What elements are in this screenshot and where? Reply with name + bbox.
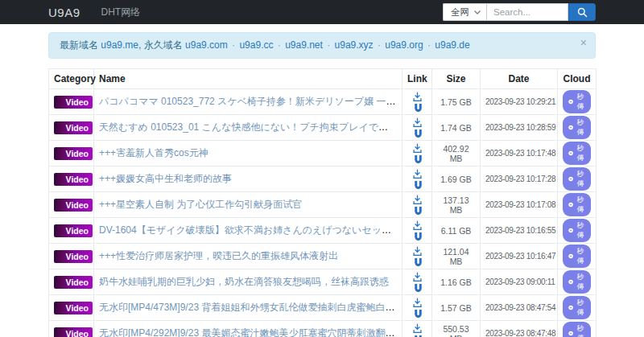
cloud-instant-button[interactable]: 秒傳 <box>563 296 591 319</box>
cloud-instant-button[interactable]: 秒傳 <box>563 270 591 294</box>
date-cell: 2023-09-23 10:28:59 <box>481 115 558 141</box>
cloud-button-label: 秒傳 <box>576 118 585 138</box>
header-cloud: Cloud <box>558 69 597 89</box>
magnet-icon[interactable] <box>413 180 423 191</box>
page: U9A9 DHT网络 全网 最新域名 u9a9.me, 永久域名 u9a9.co… <box>0 0 644 337</box>
search-scope-select[interactable]: 全网 <box>443 3 486 21</box>
cloud-instant-button[interactable]: 秒傳 <box>563 167 591 191</box>
torrent-table: Category Name Link Size Date Cloud Video… <box>48 68 597 337</box>
download-icon[interactable] <box>412 298 423 308</box>
table-row: Video DV-1604【モザイク破壊版】欲求不満お姉さんのえげつないセックス… <box>49 218 597 244</box>
close-icon[interactable]: × <box>580 37 587 48</box>
brand-link[interactable]: U9A9 <box>48 6 80 19</box>
table-row: Video 奶牛水娃哺乳期的巨乳少妇，奶水在滴答狼友想喝吗，丝袜高跟诱惑 1.1… <box>49 269 597 295</box>
magnet-icon[interactable] <box>413 103 423 113</box>
date-cell: 2023-09-23 10:17:08 <box>481 192 558 218</box>
size-cell: 402.92 MB <box>432 141 481 166</box>
cloud-button-label: 秒傳 <box>576 170 585 189</box>
category-badge-video[interactable]: Video <box>54 121 93 134</box>
category-badge-video[interactable]: Video <box>54 276 93 289</box>
cloud-instant-button[interactable]: 秒傳 <box>563 193 591 216</box>
category-badge-video[interactable]: Video <box>54 302 93 314</box>
category-badge-video[interactable]: Video <box>54 199 93 212</box>
table-row: Video 无水印[MP4/292M]9/23 最美媚态蜜汁嫩鲍美少肛塞蜜穴阴蒂… <box>49 321 597 337</box>
cloud-instant-button[interactable]: 秒傳 <box>563 90 591 113</box>
latest-domain-link[interactable]: u9a9.me <box>101 39 138 51</box>
date-cell: 2023-09-23 09:00:11 <box>481 269 558 295</box>
search-button[interactable] <box>568 3 596 21</box>
torrent-title-link[interactable]: +++性爱治疗师居家护理，暌违已久的重振雄风体液射出 <box>99 250 338 261</box>
magnet-icon[interactable] <box>413 129 423 139</box>
table-row: Video 天然むすめ 010523_01 こんな快感他にない！プチ拘束プレイで… <box>49 115 597 141</box>
nav-item-dht[interactable]: DHT网络 <box>101 6 141 19</box>
torrent-title-link[interactable]: 无水印[MP4/292M]9/23 最美媚态蜜汁嫩鲍美少肛塞蜜穴阴蒂刺激翻白眼炮… <box>99 327 402 337</box>
torrent-title-link[interactable]: 天然むすめ 010523_01 こんな快感他にない！プチ拘束プレイで絶頂イキ 高… <box>99 121 402 133</box>
chevron-down-icon <box>474 10 481 14</box>
download-icon[interactable] <box>412 246 423 257</box>
header-name: Name <box>94 69 402 89</box>
cloud-instant-button[interactable]: 秒傳 <box>563 142 591 165</box>
domain-separator: · <box>273 39 285 51</box>
permanent-domain-link[interactable]: u9a9.de <box>435 39 469 51</box>
domain-separator: · <box>374 39 386 51</box>
torrent-title-link[interactable]: DV-1604【モザイク破壊版】欲求不満お姉さんのえげつないセックス 辰巳ゆい <box>99 224 402 236</box>
magnet-icon[interactable] <box>413 232 423 242</box>
size-cell: 550.53 MB <box>432 321 481 337</box>
category-badge-video[interactable]: Video <box>54 173 93 186</box>
torrent-title-link[interactable]: 无水印[MP4/473M]9/23 背着姐姐和外甥女乱伦做爱抽刺白虎蜜鲍白带都干… <box>99 302 402 313</box>
permanent-domain-link[interactable]: u9a9.org <box>385 39 423 51</box>
torrent-title-link[interactable]: パコパコママ 010523_772 スケベ椅子持参！新米デリソープ嬢 一条まや <box>99 96 402 107</box>
download-icon[interactable] <box>412 195 423 205</box>
category-badge-video[interactable]: Video <box>54 250 93 263</box>
permanent-domain-link[interactable]: u9a9.com <box>185 39 228 51</box>
cloud-button-label: 秒傳 <box>576 144 585 163</box>
search-icon <box>577 7 588 18</box>
search-scope-value: 全网 <box>451 6 469 18</box>
category-badge-video[interactable]: Video <box>54 327 93 337</box>
table-row: Video +++星空素人自制 为了心仪工作勾引献身面试官 137.13 MB … <box>49 192 597 218</box>
permanent-domain-link[interactable]: u9a9.xyz <box>335 39 374 51</box>
download-icon[interactable] <box>412 143 423 154</box>
header-date: Date <box>481 69 558 89</box>
size-cell: 137.13 MB <box>432 192 481 218</box>
category-badge-video[interactable]: Video <box>54 147 93 160</box>
date-cell: 2023-09-23 10:17:28 <box>481 166 558 192</box>
cloud-button-label: 秒傳 <box>576 324 585 337</box>
torrent-title-link[interactable]: +++媛媛女高中生和老师的故事 <box>99 173 232 184</box>
cloud-instant-button[interactable]: 秒傳 <box>563 219 591 242</box>
category-badge-video[interactable]: Video <box>54 224 93 237</box>
download-icon[interactable] <box>412 220 423 231</box>
cloud-instant-button[interactable]: 秒傳 <box>563 116 591 139</box>
magnet-icon[interactable] <box>413 309 423 319</box>
download-icon[interactable] <box>412 272 423 282</box>
header-category: Category <box>49 69 94 89</box>
magnet-icon[interactable] <box>413 154 423 165</box>
table-row: Video +++害羞新人首秀cos元神 402.92 MB 2023-09-2… <box>49 141 597 166</box>
magnet-icon[interactable] <box>413 257 423 268</box>
search-input[interactable] <box>486 3 568 21</box>
download-icon[interactable] <box>412 92 423 102</box>
navbar: U9A9 DHT网络 全网 <box>0 0 644 24</box>
play-icon <box>568 278 573 286</box>
torrent-title-link[interactable]: 奶牛水娃哺乳期的巨乳少妇，奶水在滴答狼友想喝吗，丝袜高跟诱惑 <box>99 276 389 287</box>
download-icon[interactable] <box>412 323 423 334</box>
cloud-instant-button[interactable]: 秒傳 <box>563 322 591 337</box>
magnet-icon[interactable] <box>413 206 423 216</box>
permanent-domain-link[interactable]: u9a9.net <box>285 39 323 51</box>
category-badge-video[interactable]: Video <box>54 96 93 109</box>
table-header-row: Category Name Link Size Date Cloud <box>49 69 597 89</box>
play-icon <box>568 175 573 183</box>
cloud-button-label: 秒傳 <box>576 298 585 318</box>
table-row: Video パコパコママ 010523_772 スケベ椅子持参！新米デリソープ嬢… <box>49 89 597 115</box>
permanent-domain-link[interactable]: u9a9.cc <box>239 39 273 51</box>
download-icon[interactable] <box>412 117 423 128</box>
play-icon <box>568 98 573 105</box>
cloud-button-label: 秒傳 <box>576 247 585 266</box>
play-icon <box>568 304 573 311</box>
cloud-instant-button[interactable]: 秒傳 <box>563 245 591 268</box>
torrent-title-link[interactable]: +++害羞新人首秀cos元神 <box>99 147 208 158</box>
download-icon[interactable] <box>412 169 423 179</box>
magnet-icon[interactable] <box>413 283 423 294</box>
torrent-title-link[interactable]: +++星空素人自制 为了心仪工作勾引献身面试官 <box>99 199 302 210</box>
table-row: Video +++媛媛女高中生和老师的故事 1.69 GB 2023-09-23… <box>49 166 597 192</box>
